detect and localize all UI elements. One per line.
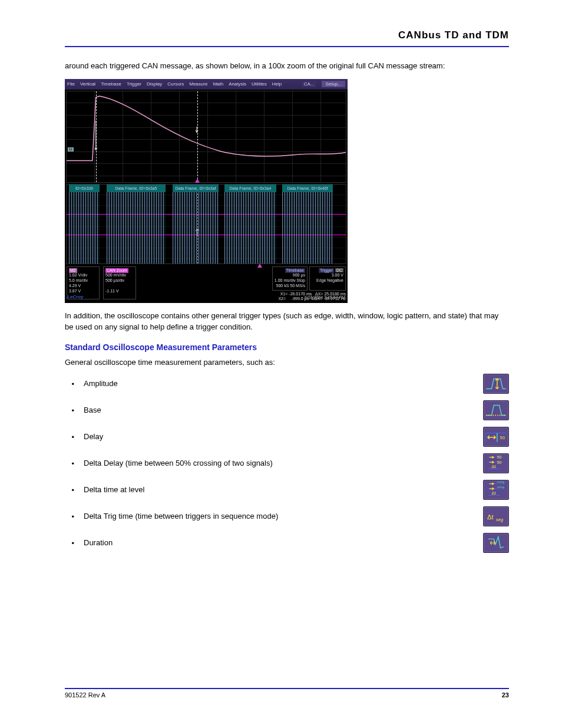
analog-trace [67,91,346,183]
menu-item[interactable]: Help [272,81,282,87]
setup-button[interactable]: Setup... [322,81,345,87]
menu-item[interactable]: Timebase [101,81,121,87]
timebase-readout: Timebase 900 µs 1.00 ms/div Stop 500 kS … [272,266,308,291]
measure-row: •Delta time at levelΔt [65,479,509,501]
svg-text:Δt: Δt [491,490,496,496]
measure-label: Base [84,404,474,416]
trigger-marker-icon [195,179,200,183]
bullet: • [65,459,74,468]
menu-item[interactable]: File [67,81,75,87]
paragraph-2: In addition, the oscilloscope contains o… [65,310,509,333]
ca-button[interactable]: CA... [302,81,317,87]
measure-label: Delta Delay (time between 50% crossing o… [84,457,474,469]
measure-icon: 5050Δt [483,453,509,473]
svg-text:seg: seg [496,517,504,522]
menu-item[interactable]: Measure [189,81,207,87]
svg-text:50: 50 [497,460,502,465]
bullet: • [65,406,74,415]
oscilloscope-screenshot: File Vertical Timebase Trigger Display C… [65,79,348,303]
footer-right-pagenum: 23 [502,691,509,699]
measure-row: •Duration [65,532,509,554]
menu-item[interactable]: Math [213,81,223,87]
trigger-readout: Trigger DC 3.00 V Edge Negative [309,266,346,291]
menu-item[interactable]: Vertical [80,81,95,87]
frame-label: Data Frame, ID=0x40f [282,185,333,192]
measure-label: Amplitude [84,378,474,390]
menu-item[interactable]: Trigger [127,81,141,87]
frame-body [107,192,166,263]
measure-row: •Delta Delay (time between 50% crossing … [65,452,509,475]
measure-icon [483,533,509,553]
menu-item[interactable]: Utilities [252,81,267,87]
measure-row: •Base [65,399,509,421]
frame-label: Data Frame, ID=0x3a4 [224,185,276,192]
frame-label: Data Frame, ID=0x3a5 [107,185,166,192]
vertical-cursor [197,91,198,182]
timestamp: 6/16/2004 2:45:04 PM [305,295,345,299]
measure-icon: 50 [483,427,509,447]
frame-body [173,192,219,263]
footer-left: 901522 Rev A [65,691,105,699]
lecroy-logo: LeCroy [67,294,84,299]
scope-menubar: File Vertical Timebase Trigger Display C… [65,79,348,90]
footer-right: Timebase 900 µs 1.00 ms/div Stop 500 kS … [272,266,346,299]
header-divider [65,46,509,47]
intro-text: around each triggered CAN message, as sh… [65,60,509,72]
vertical-cursor [96,91,97,182]
measure-row: •Amplitude [65,373,509,395]
canzoom-readout: CAN Zoom 500 mV/div 500 µs/div -1.11 V [103,266,136,299]
bullet: • [65,486,74,495]
measure-icon: Δtseg [483,506,509,526]
menu-item[interactable]: Analysis [229,81,246,87]
menu-item[interactable]: Cursors [167,81,184,87]
measure-icon [483,374,509,394]
scope-upper-grid: M [66,91,346,183]
bullet: • [65,380,74,388]
measure-label: Delay [84,431,474,443]
paragraph-3: General oscilloscope time measurement pa… [65,357,509,368]
section-heading: Standard Oscilloscope Measurement Parame… [65,342,509,352]
measure-icon: Δt [483,480,509,500]
measure-label: Delta Trig time (time between triggers i… [84,510,474,522]
page-footer: 901522 Rev A 23 [65,688,509,699]
svg-text:Δt: Δt [487,513,494,521]
frame-body [69,192,100,263]
bullet: • [65,512,74,521]
frame-body [224,192,276,263]
svg-text:50: 50 [500,435,505,440]
menu-item[interactable]: Display [147,81,162,87]
scope-footer: M2 1.02 V/div 5.0 ms/div 4.29 V 3.87 V C… [65,265,348,301]
page-title: CANbus TD and TDM [65,29,509,41]
svg-text:Δt: Δt [491,464,496,469]
measure-label: Delta time at level [84,484,474,496]
measure-row: •Delay50 [65,426,509,448]
scope-lower-grid: ID=0x336Data Frame, ID=0x3a5Data Frame, … [66,184,346,264]
bullet: • [65,433,74,442]
frame-label: Data Frame, ID=0x3af [173,185,219,192]
measure-icon [483,400,509,420]
measure-label: Duration [84,537,474,549]
frame-body [282,192,333,263]
measure-row: •Delta Trig time (time between triggers … [65,505,509,528]
frame-label: ID=0x336 [69,185,100,192]
bullet: • [65,539,74,548]
svg-text:50: 50 [497,455,502,459]
